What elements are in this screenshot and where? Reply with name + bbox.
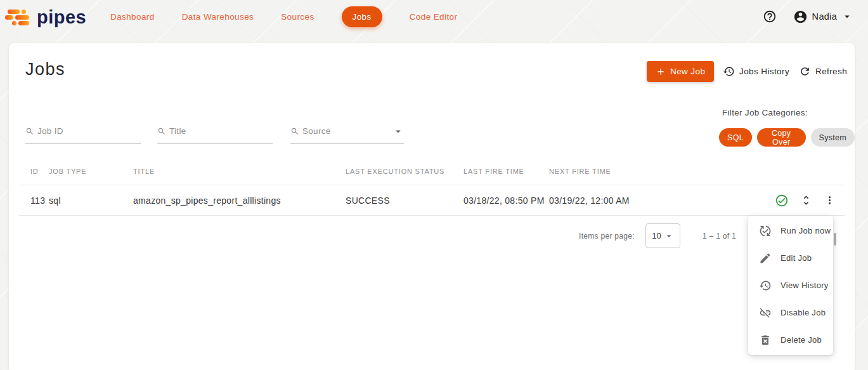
pipes-logo-icon <box>5 8 32 27</box>
category-chips: SQL Copy Over System <box>719 128 855 147</box>
filter-categories-label: Filter Job Categories: <box>722 108 808 117</box>
avatar-icon <box>793 10 808 24</box>
row-actions <box>775 194 845 208</box>
refresh-label: Refresh <box>815 67 847 76</box>
menu-item-label: Run Job now <box>781 226 831 235</box>
column-header-id: ID <box>19 168 49 175</box>
menu-item-view-history[interactable]: View History <box>748 272 833 299</box>
nav-item-sources[interactable]: Sources <box>281 12 314 22</box>
new-job-button[interactable]: New Job <box>647 61 714 82</box>
refresh-button[interactable]: Refresh <box>799 61 847 82</box>
title-filter-field[interactable] <box>157 119 273 143</box>
expand-collapse-icon[interactable] <box>800 194 812 206</box>
pagination-range: 1 – 1 of 1 <box>703 232 736 241</box>
disable-job-icon <box>759 307 772 319</box>
search-icon <box>290 127 299 136</box>
delete-job-icon <box>759 334 772 347</box>
jobs-history-label: Jobs History <box>739 67 789 76</box>
column-header-title: TITLE <box>133 168 346 175</box>
top-navigation-bar: pipes Dashboard Data Warehouses Sources … <box>0 0 868 33</box>
user-name: Nadia <box>812 11 837 22</box>
search-icon <box>25 127 34 136</box>
row-context-menu: Run Job now Edit Job View History Disabl… <box>748 216 833 355</box>
history-icon <box>723 65 735 77</box>
items-per-page-select[interactable]: 10 <box>645 223 680 248</box>
column-header-job-type: JOB TYPE <box>49 168 133 175</box>
search-icon <box>157 127 166 136</box>
nav-links: Dashboard Data Warehouses Sources Jobs C… <box>110 0 457 33</box>
help-icon[interactable] <box>763 10 777 23</box>
menu-item-label: Delete Job <box>781 335 822 345</box>
menu-item-disable-job[interactable]: Disable Job <box>748 299 833 326</box>
source-input[interactable] <box>302 126 389 136</box>
items-per-page-label: Items per page: <box>579 232 635 241</box>
items-per-page-value: 10 <box>652 231 661 241</box>
chip-sql[interactable]: SQL <box>719 128 752 147</box>
chip-system[interactable]: System <box>811 128 855 147</box>
cell-next-fire-time: 03/19/22, 12:00 AM <box>549 195 711 206</box>
run-job-icon <box>759 225 772 237</box>
jobs-table: ID JOB TYPE TITLE LAST EXECUTION STATUS … <box>19 157 845 216</box>
view-history-icon <box>759 279 772 292</box>
table-header-row: ID JOB TYPE TITLE LAST EXECUTION STATUS … <box>19 157 845 185</box>
cell-title: amazon_sp_pipes_report_alllistings <box>133 195 346 206</box>
scrollbar-thumb[interactable] <box>834 233 836 246</box>
column-header-last-execution-status: LAST EXECUTION STATUS <box>346 168 463 175</box>
jobs-history-button[interactable]: Jobs History <box>723 61 789 82</box>
brand-name: pipes <box>37 7 86 28</box>
menu-item-run-job-now[interactable]: Run Job now <box>748 217 833 244</box>
jobs-card: Jobs New Job Jobs History Refresh <box>9 43 855 370</box>
table-row[interactable]: 113 sql amazon_sp_pipes_report_alllistin… <box>19 185 845 216</box>
plus-icon <box>656 67 666 77</box>
column-header-next-fire-time: NEXT FIRE TIME <box>549 168 711 175</box>
status-enabled-icon[interactable] <box>775 194 789 208</box>
title-input[interactable] <box>169 126 273 136</box>
row-kebab-menu-icon[interactable] <box>824 194 836 206</box>
nav-item-dashboard[interactable]: Dashboard <box>110 12 155 22</box>
nav-right-section: Nadia <box>763 0 853 33</box>
menu-item-delete-job[interactable]: Delete Job <box>748 326 833 353</box>
column-header-last-fire-time: LAST FIRE TIME <box>463 168 549 175</box>
brand-logo[interactable]: pipes <box>5 7 86 28</box>
edit-icon <box>759 252 772 265</box>
user-menu[interactable]: Nadia <box>793 10 853 24</box>
chevron-down-icon <box>392 126 404 137</box>
menu-item-label: View History <box>781 281 829 290</box>
chevron-down-icon <box>841 11 853 22</box>
job-id-filter-field[interactable] <box>25 119 141 143</box>
refresh-icon <box>799 65 811 77</box>
cell-job-type: sql <box>49 195 133 206</box>
nav-item-code-editor[interactable]: Code Editor <box>410 12 458 22</box>
page-title: Jobs <box>25 60 65 79</box>
chip-copy-over[interactable]: Copy Over <box>757 128 806 147</box>
nav-item-jobs-active[interactable]: Jobs <box>342 6 382 27</box>
menu-item-label: Edit Job <box>781 253 812 263</box>
source-filter-dropdown[interactable] <box>290 119 404 143</box>
nav-item-data-warehouses[interactable]: Data Warehouses <box>182 12 254 22</box>
job-id-input[interactable] <box>37 126 141 136</box>
menu-item-label: Disable Job <box>781 308 826 317</box>
menu-item-edit-job[interactable]: Edit Job <box>748 244 833 272</box>
cell-last-fire-time: 03/18/22, 08:50 PM <box>463 195 549 206</box>
cell-id: 113 <box>19 195 49 206</box>
new-job-label: New Job <box>670 67 705 76</box>
cell-status: SUCCESS <box>346 195 463 206</box>
chevron-down-icon <box>664 231 674 241</box>
